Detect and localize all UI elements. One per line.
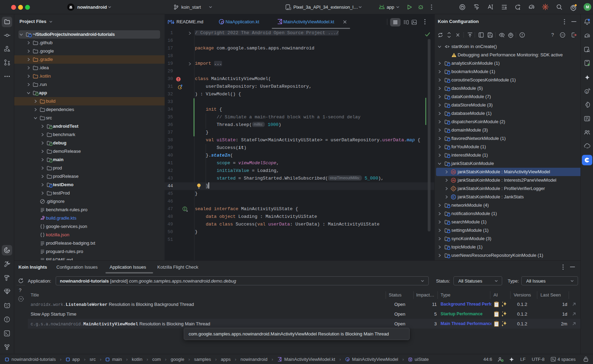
svg-text:m: m [452,170,455,174]
svg-text:C: C [452,187,454,190]
svg-text:C: C [452,195,455,199]
svg-text:m: m [452,179,455,182]
svg-text:g: g [586,90,587,93]
